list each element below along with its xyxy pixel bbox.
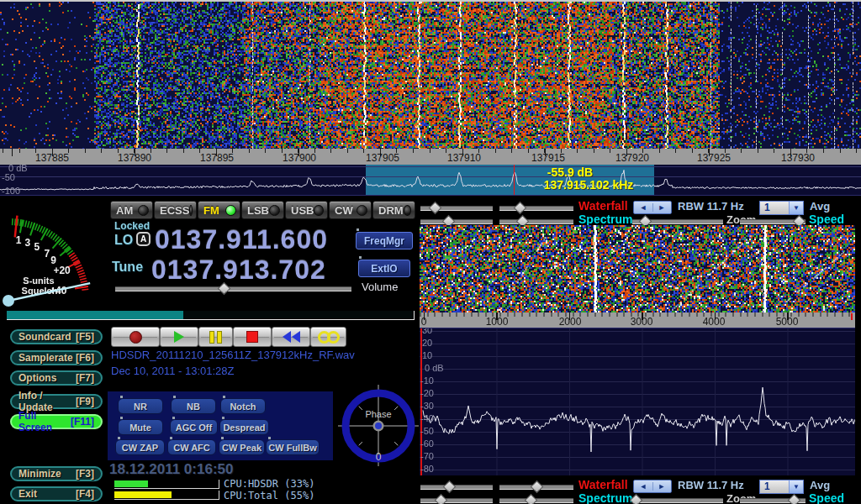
rf-scale-label: 137905	[354, 152, 411, 164]
slider-thumb[interactable]	[513, 202, 526, 215]
play-button[interactable]	[160, 327, 198, 347]
mode-label: DRM	[378, 204, 404, 217]
extio-button[interactable]: ExtIO	[358, 260, 410, 277]
sidebar-button-samplerate[interactable]: Samplerate [F6]	[10, 350, 103, 365]
playback-position-bar[interactable]	[7, 311, 415, 320]
slider-thumb[interactable]	[429, 202, 442, 215]
mode-led-icon	[357, 205, 367, 216]
sidebar-button-fullscreen[interactable]: Full Screen [F11]	[10, 414, 103, 429]
spinner-right-arrow-icon[interactable]: ►	[652, 480, 671, 492]
dsp-panel: NR NB Notch Mute AGC Off Despread CW ZAP…	[108, 391, 333, 460]
lower-spectrum-contrast-slider[interactable]	[499, 495, 573, 504]
rf-scale-label: 137930	[769, 152, 827, 164]
cw-afc-button[interactable]: CW AFC	[167, 439, 216, 455]
mute-button[interactable]: Mute	[118, 419, 163, 435]
mode-led-icon	[138, 205, 149, 216]
lo-lock-button[interactable]: A	[136, 232, 151, 246]
cw-fullbw-button[interactable]: CW FullBw	[266, 439, 320, 455]
s-meter[interactable]	[2, 203, 106, 309]
dropdown-arrow-icon[interactable]: ▼	[789, 202, 803, 214]
lower-speed-label: Speed	[809, 491, 844, 504]
phase-indicator: Phase 0	[338, 382, 419, 466]
mode-button-cw[interactable]: CW	[329, 201, 372, 219]
cw-peak-button[interactable]: CW Peak	[219, 439, 265, 455]
af-db-label: 10	[422, 350, 432, 360]
rf-spectrum-trace	[0, 165, 861, 195]
cw-afc-label: CW AFC	[173, 443, 210, 453]
rf-scale-label: 137895	[188, 152, 246, 164]
sidebar-button-key: [F6]	[76, 352, 94, 364]
phase-tick	[394, 442, 398, 445]
rf-frequency-scale[interactable]: 137885 137890 137895 137900 137905 13791…	[0, 149, 861, 165]
sidebar-button-soundcard[interactable]: Soundcard [F5]	[10, 329, 103, 344]
despread-button[interactable]: Despread	[219, 419, 269, 435]
agc-button[interactable]: AGC Off	[170, 419, 218, 435]
upper-avg-dropdown[interactable]: 1 ▼	[759, 201, 804, 215]
cursor-db-readout: -55.9 dB	[528, 165, 612, 179]
pause-button[interactable]	[198, 327, 233, 347]
upper-spectrum-label[interactable]: Spectrum	[578, 213, 633, 226]
cpu-hdsdr-bar	[114, 480, 219, 489]
nb-button[interactable]: NB	[171, 398, 216, 414]
af-frequency-scale[interactable]: 0 1000 2000 3000 4000 5000	[420, 312, 855, 328]
stop-icon	[246, 331, 258, 343]
sidebar-button-minimize[interactable]: Minimize [F3]	[10, 466, 103, 481]
upper-waterfall-brightness-slider[interactable]	[420, 202, 493, 213]
freqmgr-button[interactable]: FreqMgr	[356, 232, 413, 249]
lower-waterfall-label[interactable]: Waterfall	[578, 478, 628, 491]
spinner-left-arrow-icon[interactable]: ◄	[634, 480, 652, 492]
af-scale-marker	[851, 313, 853, 320]
loop-button[interactable]	[310, 327, 346, 347]
rf-waterfall[interactable]	[0, 0, 861, 149]
tune-label: Tune	[112, 260, 143, 275]
af-scale-label: 1000	[472, 316, 522, 328]
lower-spectrum-brightness-slider[interactable]	[420, 495, 493, 504]
lo-frequency-display[interactable]: 0137.911.600	[155, 224, 328, 255]
af-db-label: 0 dB	[425, 363, 444, 373]
lower-rbw-readout: RBW 11.7 Hz	[678, 479, 744, 491]
af-spectrum[interactable]: 30 20 10 0 dB -10 -20 -30 -40 -50 -60 -7…	[420, 328, 855, 475]
mode-button-ecss[interactable]: ECSS	[154, 201, 197, 219]
lower-spectrum-label[interactable]: Spectrum	[578, 491, 633, 504]
rewind-button[interactable]	[272, 327, 310, 347]
lower-waterfall-contrast-slider[interactable]	[499, 481, 573, 492]
lower-waterfall-brightness-slider[interactable]	[420, 481, 493, 492]
mode-button-am[interactable]: AM	[110, 201, 153, 219]
af-scale-label: 0	[420, 316, 429, 328]
stop-button[interactable]	[233, 327, 272, 347]
volume-label: Volume	[362, 281, 398, 293]
agc-label: AGC Off	[176, 423, 212, 433]
upper-waterfall-contrast-slider[interactable]	[499, 202, 573, 213]
volume-slider-thumb[interactable]	[218, 282, 231, 296]
spinner-right-arrow-icon[interactable]: ►	[652, 202, 671, 213]
lower-avg-dropdown[interactable]: 1 ▼	[759, 480, 804, 494]
slider-thumb[interactable]	[443, 480, 457, 494]
mode-button-drm[interactable]: DRM	[372, 201, 415, 219]
sidebar-button-exit[interactable]: Exit [F4]	[10, 486, 103, 501]
dropdown-arrow-icon[interactable]: ▼	[789, 480, 803, 493]
tune-frequency-display[interactable]: 0137.913.702	[151, 255, 326, 286]
notch-button[interactable]: Notch	[220, 398, 266, 414]
record-button[interactable]	[111, 327, 160, 347]
upper-rbw-spinner[interactable]: ◄►	[633, 201, 672, 214]
af-waterfall[interactable]	[420, 225, 855, 312]
mode-button-usb[interactable]: USB	[285, 201, 328, 219]
lower-zoom-slider[interactable]	[632, 495, 723, 504]
lower-rbw-spinner[interactable]: ◄►	[633, 480, 672, 493]
spinner-left-arrow-icon[interactable]: ◄	[634, 202, 652, 213]
nb-label: NB	[187, 402, 200, 412]
sidebar-button-options[interactable]: Options [F7]	[10, 370, 103, 386]
cursor-frequency-readout: 137.915.102 kHz	[523, 178, 654, 192]
cw-zap-button[interactable]: CW ZAP	[115, 439, 165, 455]
lower-speed-slider[interactable]	[740, 495, 806, 504]
upper-waterfall-label[interactable]: Waterfall	[578, 199, 628, 213]
af-db-label: -40	[420, 413, 434, 423]
mode-button-fm[interactable]: FM	[198, 201, 240, 219]
rf-spectrum[interactable]: 0 dB -50 -100 -55.9 dB 137.915.102 kHz	[0, 165, 861, 196]
slider-thumb[interactable]	[531, 480, 544, 494]
nr-button[interactable]: NR	[118, 398, 163, 414]
sidebar-button-info-update[interactable]: Info / Update [F9]	[10, 394, 103, 409]
mode-button-lsb[interactable]: LSB	[241, 201, 284, 219]
volume-slider[interactable]	[115, 283, 351, 294]
hdsdr-window: 137885 137890 137895 137900 137905 13791…	[0, 0, 861, 504]
